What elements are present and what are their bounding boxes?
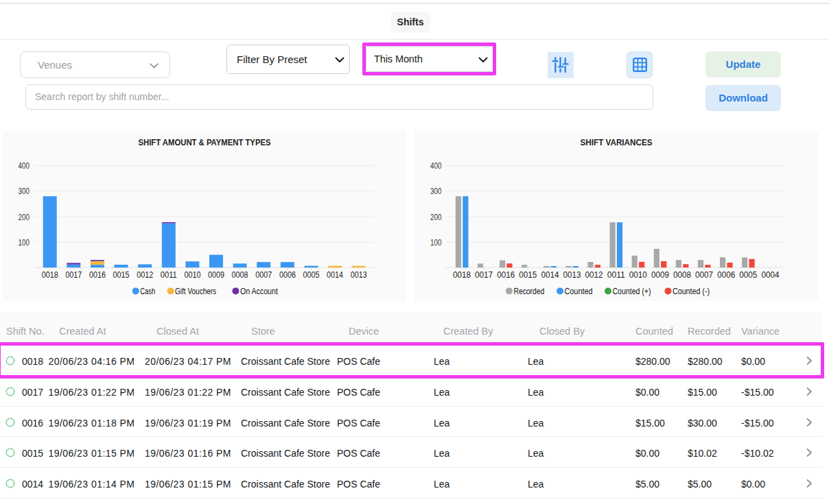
svg-text:0012: 0012 — [585, 269, 603, 280]
svg-text:0007: 0007 — [695, 269, 713, 280]
svg-text:200: 200 — [19, 212, 30, 222]
svg-text:200: 200 — [430, 212, 442, 222]
svg-text:0007: 0007 — [255, 269, 272, 280]
svg-text:0005: 0005 — [739, 269, 757, 280]
svg-text:SHIFT AMOUNT & PAYMENT TYPES: SHIFT AMOUNT & PAYMENT TYPES — [139, 137, 271, 147]
svg-text:0017: 0017 — [475, 269, 493, 280]
svg-text:400: 400 — [19, 160, 30, 171]
svg-text:0012: 0012 — [137, 269, 153, 280]
svg-text:Cash: Cash — [140, 286, 155, 296]
svg-text:0014: 0014 — [327, 269, 343, 280]
svg-text:0006: 0006 — [717, 269, 735, 280]
svg-text:0011: 0011 — [161, 269, 177, 280]
svg-text:0015: 0015 — [519, 269, 537, 280]
svg-text:Recorded: Recorded — [513, 286, 544, 296]
svg-text:0015: 0015 — [113, 269, 130, 280]
svg-text:300: 300 — [19, 186, 30, 196]
svg-text:300: 300 — [430, 186, 442, 196]
svg-text:0009: 0009 — [208, 269, 224, 280]
svg-text:0004: 0004 — [761, 269, 779, 280]
svg-text:0010: 0010 — [629, 269, 647, 280]
svg-text:Counted: Counted — [565, 286, 593, 296]
svg-text:0018: 0018 — [453, 269, 471, 280]
svg-text:100: 100 — [19, 237, 30, 248]
svg-text:0014: 0014 — [541, 269, 559, 280]
svg-text:0010: 0010 — [184, 269, 200, 280]
svg-text:0013: 0013 — [563, 269, 581, 280]
svg-text:0016: 0016 — [497, 269, 515, 280]
svg-text:0008: 0008 — [232, 269, 248, 280]
svg-text:Counted (-): Counted (-) — [673, 286, 710, 296]
svg-text:0016: 0016 — [89, 269, 106, 280]
svg-text:Gift Vouchers: Gift Vouchers — [175, 286, 216, 296]
svg-text:0008: 0008 — [673, 269, 691, 280]
svg-text:On Account: On Account — [240, 286, 278, 296]
svg-text:400: 400 — [430, 160, 442, 171]
svg-text:SHIFT VARIANCES: SHIFT VARIANCES — [581, 137, 653, 147]
svg-text:0011: 0011 — [607, 269, 625, 280]
svg-text:0005: 0005 — [303, 269, 320, 280]
svg-text:0018: 0018 — [42, 269, 58, 280]
svg-text:Counted (+): Counted (+) — [613, 286, 651, 296]
svg-text:0017: 0017 — [65, 269, 82, 280]
svg-text:0013: 0013 — [351, 269, 367, 280]
svg-text:0009: 0009 — [651, 269, 669, 280]
svg-text:100: 100 — [430, 237, 442, 248]
svg-text:0006: 0006 — [279, 269, 296, 280]
